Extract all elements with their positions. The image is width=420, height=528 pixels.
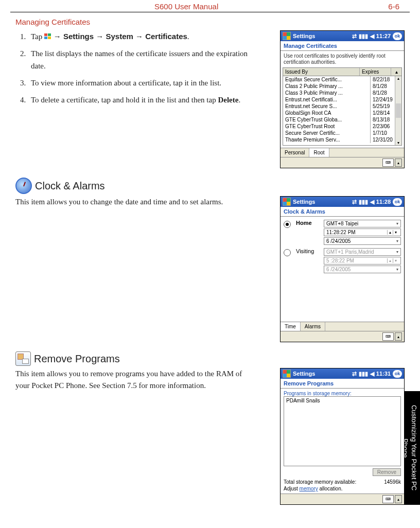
managing-certificates-heading: Managing Certificates (15, 17, 405, 26)
screen-subtitle: Manage Certificates (281, 41, 404, 51)
start-flag-icon (283, 369, 291, 378)
tab-personal[interactable]: Personal (281, 148, 309, 157)
app-name: Settings (293, 33, 315, 39)
ok-button[interactable]: ok (393, 198, 402, 206)
signal-icon: ▮▮▮ (359, 33, 368, 40)
tab-time[interactable]: Time (281, 322, 301, 331)
col-expires[interactable]: Expires (360, 68, 391, 76)
sip-keyboard-icon[interactable]: ⌨ (382, 332, 394, 341)
cert-row[interactable]: Class 2 Public Primary ...8/1/28 (283, 83, 401, 90)
connectivity-icon: ⇄ (352, 371, 357, 377)
programs-label: Programs in storage memory: (284, 391, 401, 396)
start-icon (44, 33, 51, 40)
cert-row[interactable]: Thawte Premium Serv...12/31/20 (283, 136, 401, 143)
speaker-icon: ◀ (370, 199, 374, 205)
home-timezone-select[interactable]: GMT+8 Taipei▾ (324, 220, 401, 227)
sip-menu-icon[interactable]: ▴ (395, 159, 402, 167)
manual-title: S600 User Manual (154, 2, 218, 11)
visiting-timezone-select[interactable]: GMT+1 Paris,Madrid▾ (324, 248, 401, 256)
scroll-up-icon[interactable]: ▴ (391, 68, 401, 76)
remove-button[interactable]: Remove (373, 468, 401, 476)
certificates-screenshot: Settings ⇄ ▮▮▮ ◀ 11:27 ok Manage Certifi… (280, 30, 405, 168)
ok-button[interactable]: ok (393, 370, 402, 378)
screen-desc: Use root certificates to positively iden… (281, 51, 404, 67)
page-number: 6-6 (388, 2, 399, 11)
tab-root[interactable]: Root (309, 148, 329, 157)
speaker-icon: ◀ (370, 371, 374, 377)
remove-programs-heading: Remove Programs (34, 353, 120, 365)
sip-keyboard-icon[interactable]: ⌨ (382, 159, 394, 167)
memory-label: Total storage memory available: (284, 479, 356, 485)
memory-value: 14596k (384, 479, 401, 485)
clock-icon (15, 178, 32, 194)
cert-scrollbar[interactable]: ▴▾ (395, 76, 401, 145)
cert-tabs: Personal Root (281, 148, 404, 157)
screen-subtitle: Remove Programs (281, 379, 404, 389)
home-label: Home (296, 220, 319, 226)
home-radio[interactable] (284, 221, 291, 228)
signal-icon: ▮▮▮ (359, 199, 368, 205)
cert-row[interactable]: Entrust.net Secure S...5/25/19 (283, 103, 401, 110)
start-flag-icon (283, 32, 291, 40)
tab-alarms[interactable]: Alarms (301, 322, 325, 331)
cert-list[interactable]: Equifax Secure Certific...8/22/18Class 2… (283, 76, 402, 146)
visiting-date-field[interactable]: 6 /24/2005▾ (324, 266, 401, 273)
col-issued-by[interactable]: Issued By (283, 68, 360, 76)
speaker-icon: ◀ (370, 33, 374, 40)
step-4: To delete a certificate, tap and hold it… (28, 94, 252, 106)
clock-desc: This item allows you to change the date … (15, 196, 252, 208)
step-2: The list displays the names of the certi… (28, 48, 252, 72)
remove-programs-desc: This item allows you to remove programs … (15, 368, 252, 392)
adjust-memory-text: Adjust memory allocation. (284, 486, 401, 491)
clock-time: 11:28 (376, 199, 391, 205)
clock-screenshot: Settings ⇄ ▮▮▮ ◀ 11:28 ok Clock & Alarms… (280, 196, 405, 342)
ok-button[interactable]: ok (393, 32, 402, 40)
programs-list[interactable]: PDAmill Snails (284, 396, 401, 466)
visiting-radio[interactable] (284, 249, 291, 256)
visiting-label: Visiting (296, 248, 319, 254)
sip-keyboard-icon[interactable]: ⌨ (382, 495, 394, 503)
titlebar: Settings ⇄ ▮▮▮ ◀ 11:27 ok (281, 31, 404, 41)
cert-row[interactable]: GlobalSign Root CA1/28/14 (283, 110, 401, 116)
connectivity-icon: ⇄ (352, 33, 357, 40)
clock-alarms-heading: Clock & Alarms (35, 180, 105, 192)
app-name: Settings (293, 371, 315, 377)
sip-menu-icon[interactable]: ▴ (395, 332, 402, 341)
clock-time: 11:31 (376, 371, 391, 377)
header-rule (10, 12, 410, 12)
cert-row[interactable]: Entrust.net Certificati...12/24/19 (283, 96, 401, 103)
home-time-field[interactable]: 11:28:22 PM▴▾ (324, 228, 401, 236)
visiting-time-field[interactable]: 5 :28:22 PM▴▾ (324, 257, 401, 265)
app-name: Settings (293, 199, 315, 205)
connectivity-icon: ⇄ (352, 199, 357, 205)
signal-icon: ▮▮▮ (359, 371, 368, 377)
step-1-path: → Settings → System → Certificates (54, 32, 187, 41)
remove-programs-screenshot: Settings ⇄ ▮▮▮ ◀ 11:31 ok Remove Program… (280, 368, 405, 505)
cert-row[interactable]: Equifax Secure Certific...8/22/18 (283, 76, 401, 83)
program-item[interactable]: PDAmill Snails (286, 398, 398, 403)
cert-row[interactable]: Secure Server Certific...1/7/10 (283, 130, 401, 136)
remove-programs-icon (15, 351, 31, 366)
cert-table-header: Issued By Expires ▴ (283, 67, 402, 76)
screen-subtitle: Clock & Alarms (281, 207, 404, 217)
cert-steps-list: Tap → Settings → System → Certificates. … (15, 30, 252, 106)
memory-link[interactable]: memory (300, 486, 318, 491)
clock-time: 11:27 (376, 33, 391, 39)
sip-menu-icon[interactable]: ▴ (395, 495, 402, 503)
home-date-field[interactable]: 6 /24/2005▾ (324, 237, 401, 245)
cert-row[interactable]: GTE CyberTrust Globa...8/13/18 (283, 116, 401, 123)
cert-row[interactable]: Class 3 Public Primary ...8/1/28 (283, 90, 401, 96)
step-3: To view more information about a certifi… (28, 77, 252, 89)
start-flag-icon (283, 198, 291, 206)
step-1: Tap → Settings → System → Certificates. (28, 30, 252, 43)
cert-row[interactable]: GTE CyberTrust Root2/23/06 (283, 123, 401, 130)
